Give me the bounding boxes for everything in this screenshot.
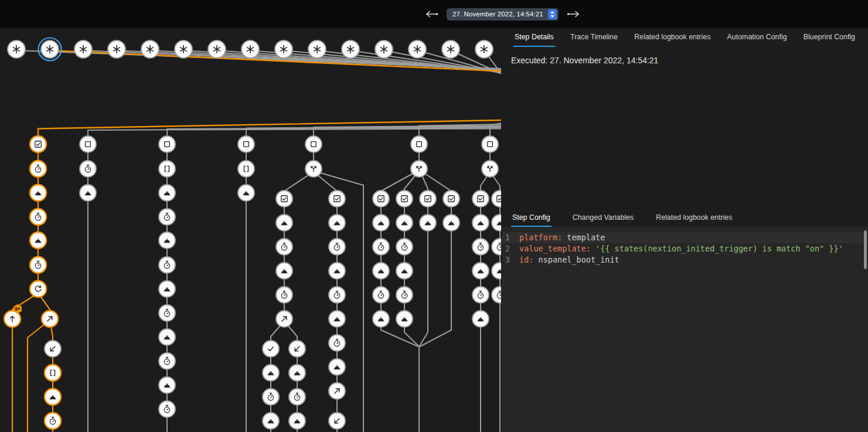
trace-graph-panel[interactable]: 9+ xyxy=(0,28,501,432)
graph-node-timer[interactable] xyxy=(30,161,46,177)
graph-node-square[interactable] xyxy=(305,136,322,152)
detail-tabs: Step DetailsTrace TimelineRelated logboo… xyxy=(502,28,868,47)
tab-changed-variables[interactable]: Changed Variables xyxy=(571,209,635,227)
graph-node-check[interactable] xyxy=(263,341,279,357)
graph-node-timer[interactable] xyxy=(329,335,345,351)
scrollbar-thumb[interactable] xyxy=(864,230,867,269)
graph-node-timer[interactable] xyxy=(396,287,413,303)
tab-related-logbook-entries[interactable]: Related logbook entries xyxy=(655,209,733,227)
graph-node-timer[interactable] xyxy=(276,287,292,303)
trace-graph[interactable]: 9+ xyxy=(0,28,501,432)
code-line: 3id: nspanel_boot_init xyxy=(502,254,868,266)
next-trace-button[interactable] xyxy=(566,9,582,19)
code-line: 1platform: template xyxy=(502,232,868,243)
step-config-code[interactable]: 1platform: template2value_template: '{{ … xyxy=(502,227,868,432)
iteration-count-label: 9+ xyxy=(15,306,21,312)
graph-node-timer[interactable] xyxy=(472,287,489,303)
graph-node-checkbox[interactable] xyxy=(276,191,292,207)
graph-node-timer[interactable] xyxy=(472,239,489,255)
graph-node-timer[interactable] xyxy=(276,239,292,255)
graph-node-brackets[interactable] xyxy=(45,365,61,381)
code-lines: 1platform: template2value_template: '{{ … xyxy=(502,232,868,266)
graph-node-timer[interactable] xyxy=(159,257,175,273)
stepper-icon xyxy=(548,9,557,19)
graph-node-checkbox[interactable] xyxy=(396,191,413,207)
graph-edge xyxy=(38,120,501,145)
graph-node-timer[interactable] xyxy=(80,161,96,177)
next-trace-arrow-icon xyxy=(567,10,581,18)
graph-node-square[interactable] xyxy=(159,136,175,152)
graph-node-checkbox[interactable] xyxy=(329,191,345,207)
graph-node-checkbox[interactable] xyxy=(492,191,501,207)
trace-controls: 27. November 2022, 14:54:21 xyxy=(423,0,582,28)
graph-node-timer[interactable] xyxy=(329,239,345,255)
top-bar: 27. November 2022, 14:54:21 xyxy=(0,0,868,28)
graph-node-square[interactable] xyxy=(238,136,254,152)
graph-node-timer[interactable] xyxy=(492,287,501,303)
graph-node-timer[interactable] xyxy=(373,287,389,303)
graph-node-timer[interactable] xyxy=(159,209,175,225)
graph-edge xyxy=(167,128,501,145)
graph-node-timer[interactable] xyxy=(373,239,389,255)
previous-trace-button[interactable] xyxy=(423,9,440,19)
graph-node-checkbox[interactable] xyxy=(420,191,436,207)
graph-node-timer[interactable] xyxy=(45,413,61,429)
graph-node-timer[interactable] xyxy=(396,239,413,255)
trace-selector-value: 27. November 2022, 14:54:21 xyxy=(452,11,543,18)
trace-selector[interactable]: 27. November 2022, 14:54:21 xyxy=(447,8,559,21)
previous-trace-arrow-icon xyxy=(424,10,438,18)
graph-node-square[interactable] xyxy=(411,136,427,152)
tab-related-logbook-entries[interactable]: Related logbook entries xyxy=(633,28,712,47)
executed-timestamp: Executed: 27. November 2022, 14:54:21 xyxy=(511,56,859,65)
graph-node-square[interactable] xyxy=(482,136,498,152)
graph-node-timer[interactable] xyxy=(30,209,46,225)
graph-node-timer[interactable] xyxy=(492,239,501,255)
graph-node-timer[interactable] xyxy=(30,257,46,273)
tab-step-config[interactable]: Step Config xyxy=(511,209,552,227)
tab-step-details[interactable]: Step Details xyxy=(513,28,555,47)
graph-edge xyxy=(88,128,501,145)
ha-automation-trace-app: 27. November 2022, 14:54:21 xyxy=(0,0,868,432)
graph-node-square[interactable] xyxy=(80,136,96,152)
details-panel: Step DetailsTrace TimelineRelated logboo… xyxy=(501,28,868,432)
graph-node-checkbox[interactable] xyxy=(472,191,489,207)
graph-node-timer[interactable] xyxy=(329,287,345,303)
graph-node-refresh[interactable] xyxy=(30,281,46,297)
tab-blueprint-config[interactable]: Blueprint Config xyxy=(802,28,856,47)
graph-node-timer[interactable] xyxy=(159,353,175,369)
config-tabs: Step ConfigChanged VariablesRelated logb… xyxy=(502,209,868,227)
graph-node-timer[interactable] xyxy=(263,389,279,405)
graph-node-timer[interactable] xyxy=(159,401,175,417)
graph-node-checkbox[interactable] xyxy=(30,136,46,152)
graph-node-timer[interactable] xyxy=(289,389,305,405)
graph-node-brackets[interactable] xyxy=(159,161,175,177)
tab-automation-config[interactable]: Automation Config xyxy=(726,28,788,47)
graph-node-timer[interactable] xyxy=(159,305,175,321)
graph-node-checkbox[interactable] xyxy=(443,191,459,207)
graph-node-checkbox[interactable] xyxy=(373,191,389,207)
graph-node-brackets[interactable] xyxy=(238,161,254,177)
tab-trace-timeline[interactable]: Trace Timeline xyxy=(569,28,619,47)
code-line: 2value_template: '{{ states(nextion_init… xyxy=(502,243,868,254)
step-details-content: Executed: 27. November 2022, 14:54:21 xyxy=(502,47,868,209)
